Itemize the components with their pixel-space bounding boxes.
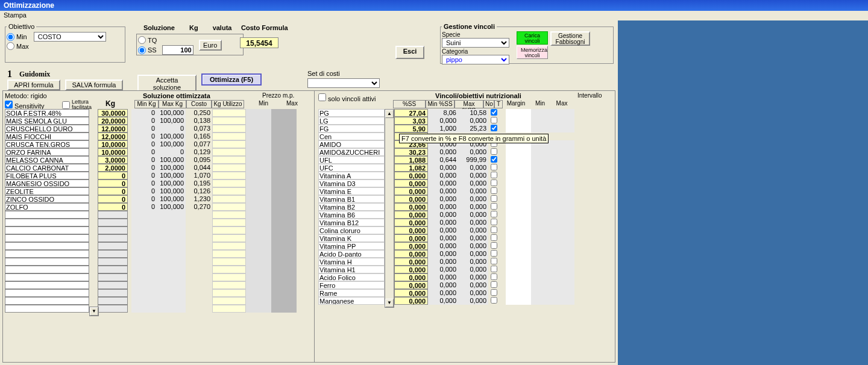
nutrient-ss[interactable]: 0,000: [394, 250, 428, 258]
nutrient-max[interactable]: 0,000: [458, 297, 488, 305]
ingredient-max[interactable]: 100,000: [157, 156, 186, 164]
ingredient-name[interactable]: ZEOLITE: [5, 187, 89, 195]
ingredient-max[interactable]: 100,000: [157, 117, 186, 125]
radio-tq[interactable]: [138, 36, 146, 44]
esci-button[interactable]: Esci: [395, 46, 424, 59]
nutrient-ss[interactable]: 0,000: [394, 203, 428, 211]
nutrient-min[interactable]: 0,000: [428, 258, 458, 266]
nutrient-no-checkbox[interactable]: [491, 203, 497, 210]
nutrient-name[interactable]: Vitamina B2: [318, 203, 385, 211]
nutrient-max[interactable]: 0,000: [458, 281, 488, 289]
nutrient-name[interactable]: Vitamina A: [318, 172, 385, 179]
nutrient-max[interactable]: 0,000: [458, 148, 488, 156]
nutrient-margin[interactable]: [506, 297, 531, 305]
nutrient-ss[interactable]: 0,000: [394, 179, 428, 187]
ingredient-name[interactable]: CRUSCA TEN.GROS: [5, 140, 89, 148]
ingredient-util[interactable]: [212, 195, 246, 203]
ingredient-util[interactable]: [212, 164, 246, 172]
ingredient-util[interactable]: [212, 133, 246, 140]
ingredient-kg[interactable]: 30,0000: [98, 109, 128, 117]
set-costi-select[interactable]: [307, 78, 380, 88]
ingredient-name[interactable]: MAIS SEMOLA GLU: [5, 117, 89, 125]
nutrient-ss[interactable]: 0,000: [394, 219, 428, 226]
nutrient-name[interactable]: AMIDO: [318, 140, 385, 148]
solo-vincoli-checkbox[interactable]: [318, 93, 326, 101]
nutrient-name[interactable]: FG: [318, 125, 385, 133]
nutrient-name[interactable]: LG: [318, 117, 385, 125]
ingredient-util[interactable]: [212, 140, 246, 148]
ingredient-kg[interactable]: 12,0000: [98, 125, 128, 133]
obiettivo-select[interactable]: COSTO: [34, 32, 106, 42]
ingredient-name[interactable]: CALCIO CARBONAT: [5, 164, 89, 172]
nutrient-ss[interactable]: 3,03: [394, 117, 428, 125]
ingredient-kg[interactable]: 0: [98, 187, 128, 195]
nutrient-ss[interactable]: 0,000: [394, 187, 428, 195]
ingredient-name[interactable]: ZOLFO: [5, 203, 89, 211]
nutrient-min[interactable]: 1,000: [428, 125, 458, 133]
ingredient-min[interactable]: 0: [131, 179, 157, 187]
nutrient-min[interactable]: 0,000: [428, 195, 458, 203]
col-costo[interactable]: Costo: [186, 100, 212, 108]
ingredient-min[interactable]: 0: [131, 125, 157, 133]
nutrient-max[interactable]: 999,99: [458, 156, 488, 164]
nutrient-max[interactable]: 0,000: [458, 172, 488, 179]
nutrient-ss[interactable]: 27,04: [394, 109, 428, 117]
nutrient-margin[interactable]: [506, 289, 531, 297]
radio-min[interactable]: [7, 33, 14, 41]
col-maxss[interactable]: Max %SS: [454, 100, 483, 108]
ingredient-kg[interactable]: 10,0000: [98, 148, 128, 156]
ingredients-scroll-down[interactable]: ▼: [89, 307, 99, 316]
nutrient-name[interactable]: Vitamina D3: [318, 179, 385, 187]
nutrient-ss[interactable]: 1,082: [394, 164, 428, 172]
apri-formula-button[interactable]: APRI formula: [7, 80, 60, 90]
nutrient-name[interactable]: Vitamina PP: [318, 242, 385, 250]
ingredient-max[interactable]: 0: [157, 125, 186, 133]
nutrient-margin[interactable]: [506, 179, 531, 187]
nutrient-no-checkbox[interactable]: [491, 211, 497, 217]
nutrient-max[interactable]: 0,000: [458, 187, 488, 195]
ingredient-util[interactable]: [212, 203, 246, 211]
nutrient-min[interactable]: 0,000: [428, 281, 458, 289]
ingredient-max[interactable]: 100,000: [157, 164, 186, 172]
ingredient-util[interactable]: [212, 117, 246, 125]
nutrient-no-checkbox[interactable]: [491, 250, 497, 257]
nutrient-max[interactable]: 0,000: [458, 179, 488, 187]
nutrient-margin[interactable]: [506, 203, 531, 211]
nutrient-max[interactable]: 0,000: [458, 273, 488, 281]
ingredient-name[interactable]: MAIS FIOCCHI: [5, 133, 89, 140]
nutrient-margin[interactable]: [506, 195, 531, 203]
ingredient-util[interactable]: [212, 187, 246, 195]
ingredient-max[interactable]: 100,000: [157, 109, 186, 117]
ingredient-name[interactable]: SOIA F.ESTR.48%: [5, 109, 89, 117]
nutrient-no-checkbox[interactable]: [491, 266, 497, 272]
ingredient-min[interactable]: 0: [131, 148, 157, 156]
nutrient-min[interactable]: 0,644: [428, 156, 458, 164]
ingredient-kg[interactable]: 0: [98, 195, 128, 203]
ingredient-name[interactable]: FILOBETA PLUS: [5, 172, 89, 179]
nutrient-ss[interactable]: 0,000: [394, 258, 428, 266]
nutrient-no-checkbox[interactable]: [491, 156, 497, 163]
ingredient-util[interactable]: [212, 148, 246, 156]
nutrient-margin[interactable]: [506, 109, 531, 117]
nutrient-min[interactable]: 0,000: [428, 273, 458, 281]
ingredient-max[interactable]: 100,000: [157, 140, 186, 148]
nutrient-margin[interactable]: [506, 211, 531, 219]
ingredient-name[interactable]: ORZO FARINA: [5, 148, 89, 156]
scroll-up-icon[interactable]: ▲: [385, 110, 394, 118]
ingredient-kg[interactable]: 12,0000: [98, 133, 128, 140]
euro-button[interactable]: Euro: [199, 40, 222, 51]
col-ss[interactable]: %SS: [393, 100, 426, 108]
nutrient-max[interactable]: 25,23: [458, 125, 488, 133]
sensitivity-checkbox[interactable]: [5, 101, 13, 108]
nutrient-name[interactable]: AMIDO&ZUCCHERI: [318, 148, 385, 156]
ingredient-max[interactable]: 100,000: [157, 195, 186, 203]
ingredient-kg[interactable]: 2,0000: [98, 164, 128, 172]
nutrient-min[interactable]: 8,06: [428, 109, 458, 117]
nutrient-no-checkbox[interactable]: [491, 117, 497, 123]
ingredient-max[interactable]: 100,000: [157, 133, 186, 140]
nutrient-no-checkbox[interactable]: [491, 281, 497, 288]
nutrient-name[interactable]: Cen: [318, 133, 385, 140]
ingredient-kg[interactable]: 0: [98, 203, 128, 211]
nutrient-min[interactable]: 0,000: [428, 242, 458, 250]
nutrient-name[interactable]: UFL: [318, 156, 385, 164]
